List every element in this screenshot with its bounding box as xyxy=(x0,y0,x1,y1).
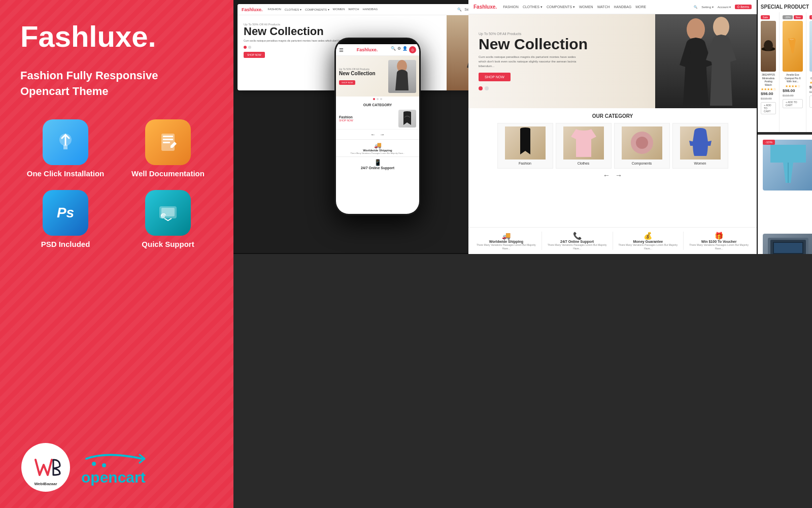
nav-more[interactable]: MORE xyxy=(635,5,646,9)
nav-watch[interactable]: WATCH xyxy=(597,5,610,9)
htc-product-image xyxy=(763,140,812,190)
category-name-clothes: Clothes xyxy=(559,162,608,165)
svg-point-10 xyxy=(92,462,96,466)
phone-slider-dots xyxy=(336,97,419,102)
nav-link[interactable]: WATCH xyxy=(348,8,359,11)
badge-sale-3: Sale xyxy=(809,15,812,19)
components-category-img xyxy=(622,126,662,160)
product-image-1 xyxy=(761,21,776,72)
category-next-arrow[interactable]: → xyxy=(615,171,622,179)
browser-nav: Fashluxe. FASHION CLOTHES ▾ COMPONENTS ▾… xyxy=(468,0,757,14)
nav-women[interactable]: WOMEN xyxy=(579,5,593,9)
phone-shop-now-link[interactable]: SHOP NOW xyxy=(339,119,353,122)
add-to-cart-btn-3[interactable]: + ADD TO CART xyxy=(809,96,812,108)
phone-hero-image xyxy=(388,60,416,93)
feature-label-psd: PSD Included xyxy=(41,240,90,248)
category-prev-arrow[interactable]: ← xyxy=(603,171,610,179)
phone-account-icon[interactable]: 👤 xyxy=(402,46,408,53)
product-stars-1: ★★★★☆ xyxy=(761,87,776,91)
add-to-cart-btn-1[interactable]: + ADD TO CART xyxy=(761,102,776,114)
nav-link[interactable]: WOMEN xyxy=(333,8,345,11)
nav-link[interactable]: FASHION xyxy=(268,8,281,11)
hero-cta-btn[interactable]: SHOP NOW xyxy=(244,52,265,58)
category-name-women: Women xyxy=(676,162,725,165)
cell-bottom-right: SPECIAL PRODUCT Sale xyxy=(758,0,812,254)
feature-support: Quick Support xyxy=(123,190,213,248)
phone-hero-title: New Collection xyxy=(339,71,376,76)
bottom-row: Fashluxe. FASHION CLOTHES ▾ COMPONENTS ▾… xyxy=(468,0,812,254)
browser-hero-content: Up To 50% Off All Products New Collectio… xyxy=(468,22,655,101)
phone-support-info: 📱 24/7 Online Support xyxy=(336,156,419,172)
phone-header: ☰ Fashluxe. 🔍 ⚙ 👤 0 xyxy=(336,44,419,56)
browser-hero-cta[interactable]: SHOP NOW xyxy=(479,73,511,81)
hero-title: New Collection xyxy=(244,26,441,37)
nav-link[interactable]: COMPONENTS ▾ xyxy=(305,8,329,11)
phone-category-info: Fashion SHOP NOW xyxy=(339,115,353,122)
category-clothes: Clothes xyxy=(556,123,612,169)
product-name-2: Amelie Evo Gampat Pro 8 With Inst... xyxy=(783,73,803,83)
browser-services-row: 🚚 Worldwide Shipping There Many Variatio… xyxy=(468,227,757,254)
product-name-1: 38024PP25 Minimalists Analog Watch xyxy=(761,73,776,86)
nav-link[interactable]: HANDBAG xyxy=(363,8,378,11)
account-menu[interactable]: Account ▾ xyxy=(718,5,731,9)
desktop-logo: Fashluxe. xyxy=(242,7,263,12)
browser-category-grid: Fashion Clothes xyxy=(473,123,752,169)
psd-icon: Ps xyxy=(43,190,88,236)
product-image-3 xyxy=(809,21,812,72)
shipping-icon: 🚚 xyxy=(473,232,539,240)
browser-hero-model xyxy=(655,14,757,108)
htc-badge: -10% xyxy=(763,140,775,145)
setting-menu[interactable]: Setting ▾ xyxy=(701,5,713,9)
special-products-title: SPECIAL PRODUCT xyxy=(758,0,812,12)
brand-title: Fashluxe. xyxy=(20,20,213,53)
nav-handbag[interactable]: HANDBAG xyxy=(614,5,632,9)
nav-link[interactable]: CLOTHES ▾ xyxy=(285,8,301,11)
phone-menu-icon[interactable]: ☰ xyxy=(339,47,344,53)
phone-support-icon: 📱 xyxy=(338,159,417,166)
left-panel: Fashluxe. Fashion Fully Responsive Openc… xyxy=(0,0,233,508)
phone-prev-arrow[interactable]: ← xyxy=(370,132,376,137)
svg-point-19 xyxy=(713,17,729,37)
product-stars-3: ★★★★☆ xyxy=(809,81,812,85)
product-image-2 xyxy=(783,21,803,72)
badge-sale: Sale xyxy=(761,15,770,19)
phone-category-title: OUR CATEGORY xyxy=(336,102,419,108)
feature-label-support: Quick Support xyxy=(142,240,194,248)
right-product-details: -10% HTC Touch HD Intel M xyxy=(758,132,812,254)
product-item-2: -20% New Amelie Evo Gampat Pro 8 With In… xyxy=(780,12,806,132)
product-stars-2: ★★★★☆ xyxy=(785,84,800,88)
phone-cart-badge[interactable]: 0 xyxy=(409,46,416,53)
browser-category-title: OUR CATEGORY xyxy=(473,113,752,119)
phone-shipping-icon: 🚚 xyxy=(338,142,417,149)
cell-bottom-left: Fashluxe. FASHION CLOTHES ▾ COMPONENTS ▾… xyxy=(468,0,758,254)
product-badges-2: -20% New xyxy=(783,15,803,19)
phone-next-arrow[interactable]: → xyxy=(380,132,385,137)
service-support: 📞 24/7 Online Support There Many Variati… xyxy=(542,232,613,250)
search-icon[interactable]: 🔍 xyxy=(694,5,697,9)
phone-settings-icon[interactable]: ⚙ xyxy=(397,46,401,53)
browser-slider-dots xyxy=(479,86,645,90)
badge-percent: -20% xyxy=(783,15,793,19)
svg-rect-2 xyxy=(163,136,173,137)
fashion-category-img xyxy=(505,126,546,160)
support-title: 24/7 Online Support xyxy=(545,240,610,243)
phone-search-icon[interactable]: 🔍 xyxy=(391,46,396,53)
support-icon xyxy=(145,190,191,236)
service-money: 💰 Money Guarantee There Many Variations … xyxy=(613,232,684,250)
phone-support-title: 24/7 Online Support xyxy=(338,166,417,170)
shipping-desc: There Many Variations Passages Lorem But… xyxy=(473,243,539,250)
nav-fashion[interactable]: FASHION xyxy=(503,5,519,9)
phone-hero-text: Up To 50% Off All Products New Collectio… xyxy=(339,68,376,85)
add-to-cart-btn-2[interactable]: + ADD TO CART xyxy=(783,99,803,108)
lenovo-product-detail: Lenovo Ideapad 130 Core I3 7th Gen Lates… xyxy=(763,234,807,254)
cart-indicator[interactable]: 0 Items xyxy=(735,5,752,9)
feature-label-docs: Well Documentation xyxy=(131,169,205,178)
dot-active xyxy=(244,46,247,49)
features-grid: One Click Installation Well Documentatio… xyxy=(20,119,213,248)
nav-clothes[interactable]: CLOTHES ▾ xyxy=(523,5,543,9)
category-components: Components xyxy=(614,123,670,169)
phone-shop-now-btn[interactable]: SHOP NOW xyxy=(339,80,355,85)
top-row: Fashluxe. FASHION CLOTHES ▾ COMPONENTS ▾… xyxy=(233,0,468,254)
product-listing-content: SPECIAL PRODUCT Sale xyxy=(758,0,812,254)
nav-components[interactable]: COMPONENTS ▾ xyxy=(547,5,575,9)
